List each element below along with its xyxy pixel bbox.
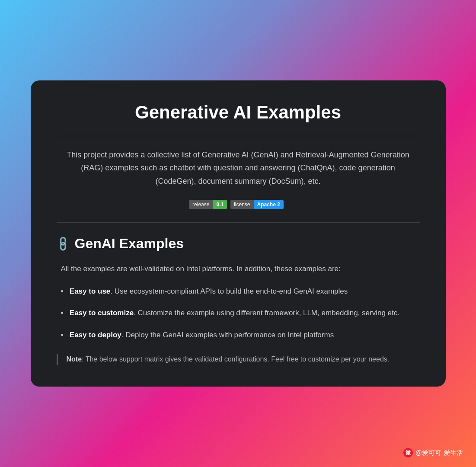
note-block: Note: The below support matrix gives the… <box>57 354 420 365</box>
list-item-3-text: . Deploy the GenAI examples with perform… <box>121 331 334 339</box>
note-text: Note: The below support matrix gives the… <box>67 354 420 365</box>
license-badge: license Apache 2 <box>230 200 284 209</box>
list-item-3-bold: Easy to deploy <box>70 331 121 339</box>
watermark-text: @爱可可-爱生活 <box>415 449 463 457</box>
list-item-3-content: Easy to deploy. Deploy the GenAI example… <box>70 329 334 341</box>
main-card: Generative AI Examples This project prov… <box>31 80 446 387</box>
description-text: This project provides a collective list … <box>57 148 420 188</box>
note-bold: Note <box>67 355 82 363</box>
list-item-1-content: Easy to use. Use ecosystem-compliant API… <box>70 285 348 297</box>
list-item-1-bold: Easy to use <box>70 287 111 295</box>
note-content: : The below support matrix gives the val… <box>82 355 389 363</box>
section-heading: 🔗 GenAI Examples <box>57 236 420 252</box>
link-icon: 🔗 <box>54 235 72 253</box>
section-divider <box>57 222 420 223</box>
page-title: Generative AI Examples <box>57 102 420 123</box>
list-item-2-bold: Easy to customize <box>70 309 134 317</box>
list-item-1-text: . Use ecosystem-compliant APIs to build … <box>110 287 348 295</box>
release-value: 0.1 <box>213 200 227 209</box>
weibo-icon: 微 <box>403 448 413 457</box>
license-value: Apache 2 <box>254 200 284 209</box>
list-item-2-text: . Customize the example using different … <box>134 309 399 317</box>
title-divider <box>57 136 420 136</box>
list-item-1: Easy to use. Use ecosystem-compliant API… <box>61 285 420 298</box>
release-badge: release 0.1 <box>189 200 227 209</box>
list-item-2: Easy to customize. Customize the example… <box>61 307 420 320</box>
section-intro: All the examples are well-validated on I… <box>57 263 420 275</box>
watermark: 微 @爱可可-爱生活 <box>403 448 463 457</box>
list-item-2-content: Easy to customize. Customize the example… <box>70 307 399 319</box>
badges-container: release 0.1 license Apache 2 <box>57 200 420 209</box>
license-label: license <box>230 200 253 209</box>
list-item-3: Easy to deploy. Deploy the GenAI example… <box>61 329 420 342</box>
release-label: release <box>189 200 213 209</box>
section-title: GenAI Examples <box>75 236 184 252</box>
features-list: Easy to use. Use ecosystem-compliant API… <box>57 285 420 342</box>
